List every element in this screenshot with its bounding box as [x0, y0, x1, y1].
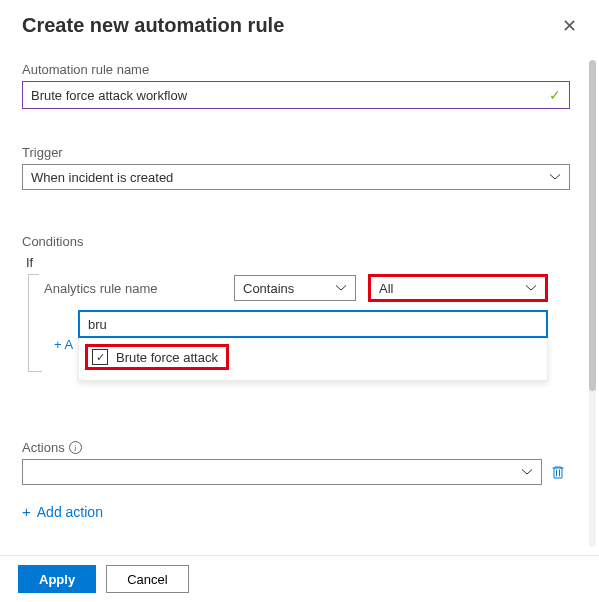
trigger-value: When incident is created [31, 170, 173, 185]
chevron-down-icon [335, 284, 347, 292]
trigger-select[interactable]: When incident is created [22, 164, 570, 190]
trigger-label: Trigger [22, 145, 577, 160]
conditions-label: Conditions [22, 234, 577, 249]
search-value: bru [88, 317, 107, 332]
rule-name-label: Automation rule name [22, 62, 577, 77]
actions-label: Actions [22, 440, 65, 455]
chevron-down-icon [549, 173, 561, 181]
action-select[interactable] [22, 459, 542, 485]
if-label: If [26, 255, 577, 270]
close-icon[interactable]: ✕ [562, 17, 577, 35]
cancel-button[interactable]: Cancel [106, 565, 188, 593]
rule-name-value: Brute force attack workflow [31, 88, 187, 103]
chevron-down-icon [521, 468, 533, 476]
add-action-label: Add action [37, 504, 103, 520]
chevron-down-icon [525, 284, 537, 292]
check-icon: ✓ [549, 87, 561, 103]
condition-operator-value: Contains [243, 281, 294, 296]
add-action-button[interactable]: + Add action [22, 503, 103, 520]
info-icon[interactable]: i [69, 441, 82, 454]
condition-option[interactable]: ✓ Brute force attack [85, 344, 229, 370]
condition-option-label: Brute force attack [116, 350, 218, 365]
condition-bracket [28, 274, 42, 372]
condition-value-text: All [379, 281, 393, 296]
page-title: Create new automation rule [22, 14, 284, 37]
apply-button[interactable]: Apply [18, 565, 96, 593]
trash-icon[interactable] [550, 464, 566, 480]
condition-dropdown: ✓ Brute force attack [78, 338, 548, 381]
plus-icon: + [22, 503, 31, 520]
condition-operator-select[interactable]: Contains [234, 275, 356, 301]
condition-value-select[interactable]: All [368, 274, 548, 302]
rule-name-input[interactable]: Brute force attack workflow ✓ [22, 81, 570, 109]
checkbox-icon[interactable]: ✓ [92, 349, 108, 365]
condition-search-input[interactable]: bru [78, 310, 548, 338]
condition-field-label: Analytics rule name [44, 281, 234, 296]
add-condition-link[interactable]: + A [54, 337, 73, 352]
